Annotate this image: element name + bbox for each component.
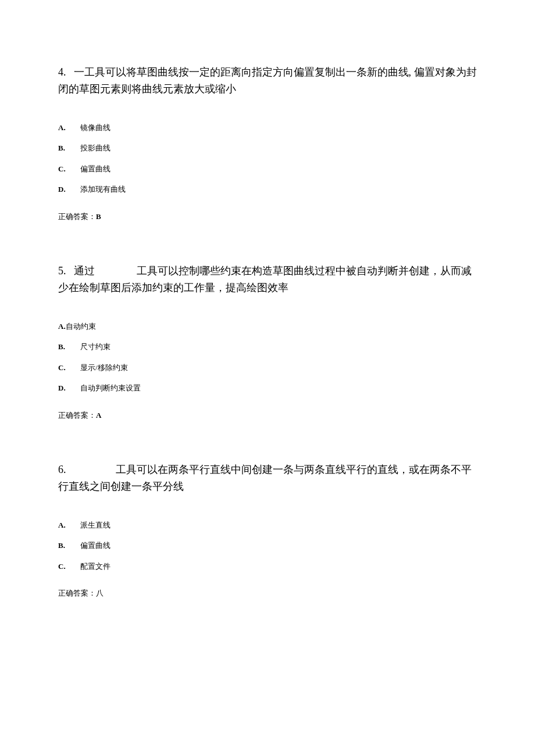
option-text: 自动约束 <box>66 322 96 331</box>
option-letter: B. <box>58 541 70 550</box>
option-letter: B. <box>58 342 70 352</box>
question-text: 4. 一工具可以将草图曲线按一定的距离向指定方向偏置复制出一条新的曲线, 偏置对… <box>58 64 477 98</box>
option-row: B. 偏置曲线 <box>58 541 477 550</box>
option-row: C. 偏置曲线 <box>58 164 477 174</box>
question-text: 5. 通过 工具可以控制哪些约束在构造草图曲线过程中被自动判断并创建，从而减少在… <box>58 263 477 296</box>
option-row: A. 派生直线 <box>58 521 477 530</box>
options-list: A.自动约束 B. 尺寸约束 C. 显示/移除约束 D. 自动判断约束设置 <box>58 322 477 393</box>
option-row: B. 投影曲线 <box>58 144 477 153</box>
option-letter: D. <box>58 185 70 194</box>
question-body: 一工具可以将草图曲线按一定的距离向指定方向偏置复制出一条新的曲线, 偏置对象为封… <box>58 66 477 95</box>
option-text: 投影曲线 <box>80 144 110 153</box>
option-letter: D. <box>58 384 70 393</box>
option-text: 尺寸约束 <box>80 342 110 352</box>
answer-value: 八 <box>96 589 104 597</box>
option-letter: C. <box>58 562 70 571</box>
answer-line: 正确答案：八 <box>58 588 477 599</box>
option-letter: C. <box>58 164 70 174</box>
question-block: 6. 工具可以在两条平行直线中间创建一条与两条直线平行的直线，或在两条不平行直线… <box>58 461 477 599</box>
answer-label: 正确答案： <box>58 411 96 420</box>
options-list: A. 派生直线 B. 偏置曲线 C. 配置文件 <box>58 521 477 571</box>
option-letter: B. <box>58 144 70 153</box>
option-row: D. 添加现有曲线 <box>58 185 477 194</box>
question-body: 通过 工具可以控制哪些约束在构造草图曲线过程中被自动判断并创建，从而减少在绘制草… <box>58 265 472 293</box>
question-number: 4. <box>58 64 71 81</box>
question-body: 工具可以在两条平行直线中间创建一条与两条直线平行的直线，或在两条不平行直线之间创… <box>58 464 472 492</box>
question-block: 5. 通过 工具可以控制哪些约束在构造草图曲线过程中被自动判断并创建，从而减少在… <box>58 263 477 421</box>
question-number: 5. <box>58 263 71 280</box>
question-block: 4. 一工具可以将草图曲线按一定的距离向指定方向偏置复制出一条新的曲线, 偏置对… <box>58 64 477 222</box>
answer-value: B <box>96 212 101 221</box>
option-text: 添加现有曲线 <box>80 185 126 194</box>
option-letter: A. <box>58 322 66 331</box>
option-text: 自动判断约束设置 <box>80 384 141 393</box>
answer-label: 正确答案： <box>58 212 96 221</box>
option-text: 派生直线 <box>80 521 110 530</box>
answer-line: 正确答案：A <box>58 410 477 421</box>
option-row: C. 配置文件 <box>58 562 477 571</box>
option-row: A. 镜像曲线 <box>58 123 477 132</box>
option-text: 偏置曲线 <box>80 164 110 174</box>
option-row: D. 自动判断约束设置 <box>58 384 477 393</box>
option-letter: A. <box>58 521 70 530</box>
option-letter: A. <box>58 123 70 132</box>
answer-value: A <box>96 411 101 420</box>
option-letter: C. <box>58 363 70 372</box>
option-text: 偏置曲线 <box>80 541 110 550</box>
answer-label: 正确答案： <box>58 589 96 597</box>
option-row: A.自动约束 <box>58 322 477 331</box>
answer-line: 正确答案：B <box>58 212 477 222</box>
option-text: 镜像曲线 <box>80 123 110 132</box>
option-row: C. 显示/移除约束 <box>58 363 477 372</box>
options-list: A. 镜像曲线 B. 投影曲线 C. 偏置曲线 D. 添加现有曲线 <box>58 123 477 194</box>
option-text: 配置文件 <box>80 562 110 571</box>
option-text: 显示/移除约束 <box>80 363 128 372</box>
question-text: 6. 工具可以在两条平行直线中间创建一条与两条直线平行的直线，或在两条不平行直线… <box>58 461 477 495</box>
question-number: 6. <box>58 461 71 478</box>
option-row: B. 尺寸约束 <box>58 342 477 352</box>
